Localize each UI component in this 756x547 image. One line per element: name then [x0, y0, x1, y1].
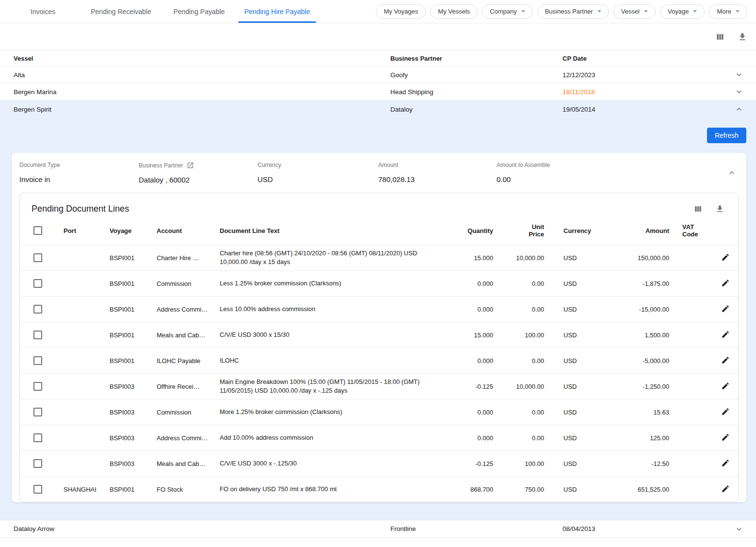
- voyage-cell: BSPI003: [110, 460, 157, 467]
- amount-label: Amount: [378, 162, 497, 168]
- chevron-down-icon[interactable]: [722, 70, 756, 80]
- edit-icon[interactable]: [720, 483, 731, 496]
- row-checkbox[interactable]: [33, 253, 42, 262]
- currency-cell: USD: [544, 383, 601, 390]
- filter-chip[interactable]: More: [709, 4, 747, 19]
- currency-value: USD: [257, 175, 378, 183]
- document-line-text-cell: FO on delivery USD 750 /mt x 868.700 mt: [220, 481, 449, 497]
- document-line-row[interactable]: BSPI003 Commission More 1.25% broker com…: [20, 399, 738, 425]
- table-toolbar: [0, 23, 756, 50]
- row-checkbox[interactable]: [33, 459, 42, 468]
- vessel-table-header: Vessel Business Partner CP Date: [0, 50, 756, 66]
- currency-cell: USD: [544, 460, 601, 467]
- download-icon[interactable]: [714, 203, 725, 215]
- tab[interactable]: Pending Receivable: [82, 0, 160, 23]
- select-all-checkbox[interactable]: [33, 226, 42, 235]
- chevron-down-icon: [597, 10, 601, 13]
- col-cp-date: CP Date: [549, 55, 722, 62]
- voyage-cell: BSPI001: [110, 280, 157, 287]
- col-unit-price: Unit Price: [493, 223, 544, 238]
- filter-chip-label: My Vessels: [438, 8, 470, 15]
- document-line-row[interactable]: BSPI001 ILOHC Payable ILOHC 0.000 0.00 U…: [20, 348, 738, 373]
- vessel-row-bergen-marina[interactable]: Bergen Marina Head Shipping 18/11/2018: [0, 83, 756, 100]
- vessel-row-alta[interactable]: Alta Goofy 12/12/2023: [0, 66, 756, 83]
- business-partner: Dataloy: [377, 106, 549, 113]
- edit-icon[interactable]: [720, 406, 731, 418]
- edit-icon[interactable]: [720, 458, 731, 470]
- currency-cell: USD: [544, 332, 601, 339]
- filter-chip-label: Company: [490, 8, 517, 15]
- amount-cell: -12.50: [601, 460, 669, 467]
- download-icon[interactable]: [737, 31, 748, 43]
- row-checkbox[interactable]: [33, 408, 42, 416]
- filter-chip[interactable]: Company: [482, 4, 533, 19]
- edit-icon[interactable]: [720, 252, 731, 264]
- open-in-new-icon[interactable]: [187, 162, 194, 169]
- document-line-text-cell: Charter hire (08:56 (GMT) 24/10/2020 - 0…: [220, 245, 449, 270]
- vessel-row-bergen-spirit[interactable]: Bergen Spirit Dataloy 19/05/2014: [0, 100, 756, 118]
- filter-chip[interactable]: Vessel: [613, 4, 656, 19]
- unit-price-cell: 10,000.00: [493, 254, 544, 262]
- vessel-name: Dataloy Arrow: [0, 525, 377, 532]
- filter-chip[interactable]: My Voyages: [376, 4, 426, 19]
- document-line-row[interactable]: BSPI003 Offhire Recei… Main Engine Break…: [20, 373, 738, 399]
- columns-icon[interactable]: [714, 31, 726, 43]
- voyage-cell: BSPI001: [110, 254, 157, 262]
- document-line-text-cell: More 1.25% broker commission (Clarksons): [220, 404, 449, 420]
- filter-chip[interactable]: My Vessels: [430, 4, 478, 19]
- row-checkbox[interactable]: [33, 382, 42, 391]
- chevron-down-icon[interactable]: [722, 87, 756, 97]
- document-line-row[interactable]: BSPI001 Charter Hire … Charter hire (08:…: [20, 245, 738, 270]
- field-currency: Currency USD: [257, 162, 378, 183]
- tab[interactable]: Pending Payable: [160, 0, 238, 23]
- currency-cell: USD: [544, 486, 601, 493]
- row-checkbox[interactable]: [33, 356, 42, 365]
- filter-chips: My Voyages My Vessels Company Business P…: [376, 0, 756, 23]
- col-quantity: Quantity: [449, 227, 493, 234]
- edit-icon[interactable]: [720, 329, 731, 341]
- refresh-button[interactable]: Refresh: [707, 128, 746, 143]
- chevron-up-icon[interactable]: [721, 168, 742, 178]
- col-port: Port: [64, 227, 110, 234]
- document-line-row[interactable]: BSPI003 Meals and Cab… C/V/E USD 3000 x …: [20, 450, 738, 476]
- document-line-row[interactable]: BSPI003 Address Commi… Add 10.00% addres…: [20, 425, 738, 450]
- edit-icon[interactable]: [720, 303, 731, 315]
- row-checkbox[interactable]: [33, 485, 42, 494]
- edit-icon[interactable]: [720, 278, 731, 290]
- row-checkbox[interactable]: [33, 331, 42, 339]
- col-currency: Currency: [544, 227, 601, 234]
- pending-document-lines-card: Pending Document Lines Port Voyage Accou…: [19, 193, 739, 502]
- tab[interactable]: Pending Hire Payable: [238, 0, 316, 23]
- tab[interactable]: Invoices: [4, 0, 82, 23]
- unit-price-cell: 0.00: [493, 280, 544, 287]
- voyage-cell: BSPI001: [110, 332, 157, 339]
- document-line-row[interactable]: BSPI001 Meals and Cab… C/V/E USD 3000 x …: [20, 322, 738, 348]
- edit-icon[interactable]: [720, 355, 731, 367]
- filter-chip-label: Vessel: [621, 8, 640, 15]
- voyage-cell: BSPI001: [110, 306, 157, 313]
- amount-cell: -1,250.00: [601, 383, 669, 390]
- unit-price-cell: 100.00: [493, 460, 544, 467]
- account-cell: FO Stock: [157, 486, 220, 493]
- chevron-down-icon[interactable]: [722, 524, 756, 534]
- account-cell: Meals and Cab…: [157, 332, 220, 339]
- filter-chip[interactable]: Business Partner: [537, 4, 609, 19]
- edit-icon[interactable]: [720, 381, 731, 393]
- cp-date: 19/05/2014: [549, 106, 722, 113]
- edit-icon[interactable]: [720, 432, 731, 444]
- columns-icon[interactable]: [692, 203, 704, 215]
- currency-cell: USD: [544, 306, 601, 313]
- filter-chip[interactable]: Voyage: [660, 4, 705, 19]
- row-checkbox[interactable]: [33, 279, 42, 288]
- document-line-row[interactable]: BSPI001 Commission Less 1.25% broker com…: [20, 270, 738, 296]
- field-document-type: Document Type Invoice in: [19, 162, 139, 183]
- chevron-up-icon[interactable]: [722, 104, 756, 114]
- quantity-cell: -0.125: [449, 460, 493, 467]
- row-checkbox[interactable]: [33, 433, 42, 442]
- vessel-row-dataloy-arrow[interactable]: Dataloy Arrow Frontline 08/04/2013: [0, 520, 756, 538]
- col-vat-code: VAT Code: [669, 223, 713, 238]
- document-line-row[interactable]: BSPI001 Address Commi… Less 10.00% addre…: [20, 296, 738, 322]
- row-checkbox[interactable]: [33, 305, 42, 314]
- pending-document-lines-title: Pending Document Lines: [32, 204, 129, 214]
- document-line-row[interactable]: SHANGHAI BSPI001 FO Stock FO on delivery…: [20, 476, 738, 502]
